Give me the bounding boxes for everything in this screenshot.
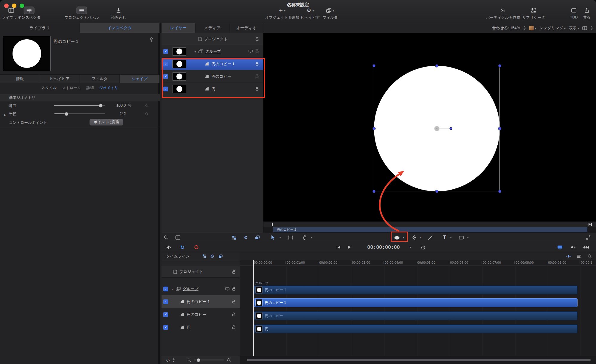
tab-audio[interactable]: オーディオ (229, 23, 263, 33)
layers-view-icon[interactable] (255, 235, 260, 240)
mini-playhead[interactable] (272, 223, 273, 226)
hand-tool-button[interactable] (302, 235, 307, 240)
skip-end-icon[interactable] (588, 223, 592, 226)
zoom-out-icon[interactable] (187, 358, 191, 362)
track-size-stepper-icon[interactable] (172, 358, 175, 362)
subtab-geometry[interactable]: ジオメトリ (99, 85, 118, 90)
layer-checkbox[interactable] (163, 62, 168, 66)
pin-icon[interactable] (150, 37, 153, 42)
layer-row-circle[interactable]: 円 (162, 83, 263, 95)
tab-filters[interactable]: フィルタ (80, 75, 120, 83)
add-object-button[interactable]: オブジェクトを追加 (265, 7, 299, 20)
motion-blur-gear-icon[interactable] (210, 254, 214, 259)
search-icon[interactable] (164, 235, 168, 240)
shape-tool-chevron-icon[interactable] (403, 236, 404, 239)
mute-icon[interactable] (166, 245, 172, 249)
layer-checkbox[interactable] (163, 87, 168, 91)
layers-project-row[interactable]: プロジェクト (162, 33, 263, 45)
track-bar-circle-copy[interactable]: 円のコピー (254, 311, 578, 320)
curvature-value[interactable]: 100.0 (107, 103, 126, 107)
hud-button[interactable]: HUD (569, 7, 578, 19)
transform-tool-button[interactable] (288, 235, 293, 240)
zoom-in-icon[interactable] (227, 358, 231, 362)
selection-handle-w[interactable] (373, 127, 375, 130)
import-button[interactable]: 読み込む (111, 7, 126, 20)
view-menu[interactable]: 表示 (569, 25, 579, 31)
lock-icon[interactable] (232, 325, 236, 329)
project-panel-button[interactable]: プロジェクトパネル (64, 7, 99, 20)
timecode-display[interactable]: 00:00:00:00 (366, 244, 401, 250)
curvature-keyframe-icon[interactable] (145, 103, 148, 107)
track-bar-circle-copy-1[interactable]: 円のコピー 1 (254, 298, 578, 307)
track-bars-icon[interactable] (577, 254, 581, 258)
bezier-tool-button[interactable] (412, 235, 416, 240)
timeline-project-row[interactable]: プロジェクト (162, 266, 240, 278)
lock-icon[interactable] (255, 87, 259, 91)
track-bar-circle[interactable]: 円 (254, 324, 578, 333)
layers-group-row[interactable]: グループ (162, 45, 263, 58)
curvature-slider[interactable] (54, 105, 105, 106)
show-timeline-icon[interactable] (557, 245, 563, 249)
zoom-stepper-icon[interactable] (523, 26, 526, 30)
timeline-zoom-thumb[interactable] (196, 358, 200, 362)
selection-handle-se[interactable] (499, 190, 501, 193)
lock-icon[interactable] (255, 37, 259, 41)
layer-checkbox[interactable] (163, 74, 168, 79)
keyframes-toggle-icon[interactable] (566, 254, 572, 258)
timeline-zoom-icon[interactable] (588, 254, 592, 258)
record-icon[interactable] (195, 245, 198, 249)
radius-value[interactable]: 242 (107, 112, 126, 116)
selection-handle-sw[interactable] (373, 190, 375, 193)
make-particles-button[interactable]: パーティクルを作成 (486, 7, 520, 20)
selection-handle-s[interactable] (436, 190, 438, 193)
timeline-tracks[interactable]: 00:00:00:00 00:00:01:00 00:00:02:00 00:0… (240, 252, 596, 364)
lock-icon[interactable] (232, 313, 236, 316)
checkerboard-icon[interactable] (232, 235, 237, 240)
select-tool-button[interactable] (271, 235, 275, 240)
view-layout-icon[interactable] (582, 26, 587, 30)
filters-button[interactable]: フィルタ (322, 7, 338, 20)
loop-playback-icon[interactable] (180, 245, 184, 250)
rectangle-tool-chevron-icon[interactable] (467, 236, 468, 239)
lock-icon[interactable] (255, 49, 259, 53)
text-tool-chevron-icon[interactable] (450, 236, 451, 239)
timeline-playhead[interactable] (253, 260, 254, 356)
radius-keyframe-icon[interactable] (145, 111, 148, 116)
text-tool-button[interactable] (443, 235, 446, 240)
shape-tool-button[interactable] (394, 236, 400, 240)
expand-canvas-icon[interactable] (586, 235, 591, 240)
curvature-slider-thumb[interactable] (99, 104, 103, 107)
tab-behaviors[interactable]: ビヘイビア (40, 75, 80, 83)
lock-icon[interactable] (255, 74, 259, 78)
convert-to-points-button[interactable]: ポイントに変換 (89, 119, 123, 126)
selection-handle-nw[interactable] (373, 65, 375, 67)
tab-media[interactable]: メディア (195, 23, 229, 33)
group-checkbox[interactable] (163, 49, 168, 54)
timeline-row-circle[interactable]: 円 (162, 321, 240, 334)
view-stepper-icon[interactable] (590, 26, 593, 30)
canvas-color-menu[interactable] (529, 26, 536, 30)
tab-shape[interactable]: シェイプ (120, 75, 160, 83)
mini-timeline-ruler[interactable] (263, 221, 596, 227)
subtab-style[interactable]: スタイル (41, 85, 57, 90)
tab-info[interactable]: 情報 (0, 75, 40, 83)
layer-checkbox[interactable] (163, 312, 168, 317)
selection-handle-e[interactable] (499, 127, 501, 130)
timeline-scrollbar[interactable] (247, 359, 591, 361)
group-label[interactable]: グループ (205, 49, 221, 54)
paint-stroke-tool-button[interactable] (428, 235, 433, 240)
display-icon[interactable] (225, 287, 229, 290)
render-menu[interactable]: レンダリング (539, 25, 566, 31)
timecode-chevron-icon[interactable] (409, 246, 411, 249)
tab-library[interactable]: ライブラリ (0, 23, 80, 33)
mini-timeline[interactable]: 円のコピー 1 (263, 227, 596, 233)
group-checkbox[interactable] (163, 287, 168, 291)
timeline-group-row[interactable]: グループ (162, 282, 240, 295)
timeline-row-circle-copy-1[interactable]: 円のコピー 1 (162, 295, 240, 308)
canvas[interactable] (263, 33, 596, 221)
checkerboard-icon[interactable] (202, 254, 206, 258)
radius-slider-thumb[interactable] (65, 112, 69, 116)
track-bar-group[interactable]: 円のコピー 1 (254, 285, 578, 294)
replicator-button[interactable]: リプリケータ (522, 7, 545, 20)
hand-tool-chevron-icon[interactable] (311, 236, 312, 239)
